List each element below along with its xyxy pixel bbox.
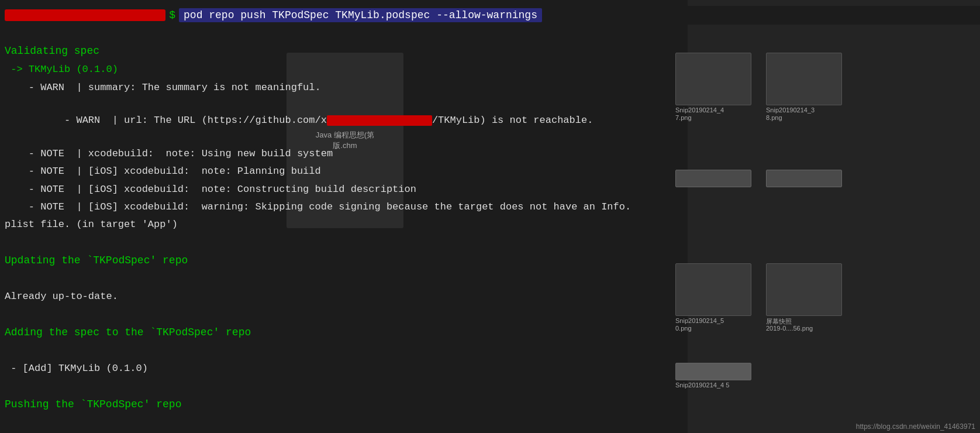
- blank-line-2: [0, 234, 980, 252]
- plist-line: plist file. (in target 'App'): [0, 216, 980, 233]
- blank-line-1: [0, 25, 980, 42]
- url-redaction: [327, 115, 432, 126]
- blank-line-4: [0, 306, 980, 324]
- warn-summary-line: - WARN | summary: The summary is not mea…: [0, 79, 980, 97]
- prompt-line: ████████████████████████ $ pod repo push…: [0, 6, 980, 25]
- note-constructing-line: - NOTE | [iOS] xcodebuild: note: Constru…: [0, 181, 980, 198]
- note-build-system-line: - NOTE | xcodebuild: note: Using new bui…: [0, 145, 980, 163]
- up-to-date-line: Already up-to-date.: [0, 288, 980, 305]
- note-planning-build-line: - NOTE | [iOS] xcodebuild: note: Plannin…: [0, 163, 980, 180]
- adding-spec-line: Adding the spec to the `TKPodSpec' repo: [0, 324, 980, 342]
- updating-repo-line: Updating the `TKPodSpec' repo: [0, 252, 980, 270]
- validating-spec-line: Validating spec: [0, 42, 980, 61]
- prompt-symbol: $: [169, 9, 175, 21]
- prompt-user: ████████████████████████: [5, 9, 165, 21]
- pushing-repo-line: Pushing the `TKPodSpec' repo: [0, 396, 980, 414]
- prompt-command: pod repo push TKPodSpec TKMyLib.podspec …: [179, 8, 542, 22]
- warn-url-prefix: - WARN | url: The URL (https://github.co…: [40, 115, 327, 126]
- terminal-content: ████████████████████████ $ pod repo push…: [0, 0, 980, 433]
- blank-line-5: [0, 342, 980, 360]
- blank-line-6: [0, 378, 980, 396]
- blank-line-3: [0, 270, 980, 288]
- warn-url-suffix: /TKMyLib) is not reachable.: [432, 115, 593, 126]
- warn-url-line: - WARN | url: The URL (https://github.co…: [0, 97, 980, 145]
- lib-version-line: -> TKMyLib (0.1.0): [0, 61, 980, 78]
- add-lib-line: - [Add] TKMyLib (0.1.0): [0, 360, 980, 377]
- terminal-window: Snip20190214_4 7.png Snip20190214_3 8.pn…: [0, 0, 980, 433]
- footer-url: https://blog.csdn.net/weixin_41463971: [856, 422, 975, 431]
- note-signing-line: - NOTE | [iOS] xcodebuild: warning: Skip…: [0, 198, 980, 216]
